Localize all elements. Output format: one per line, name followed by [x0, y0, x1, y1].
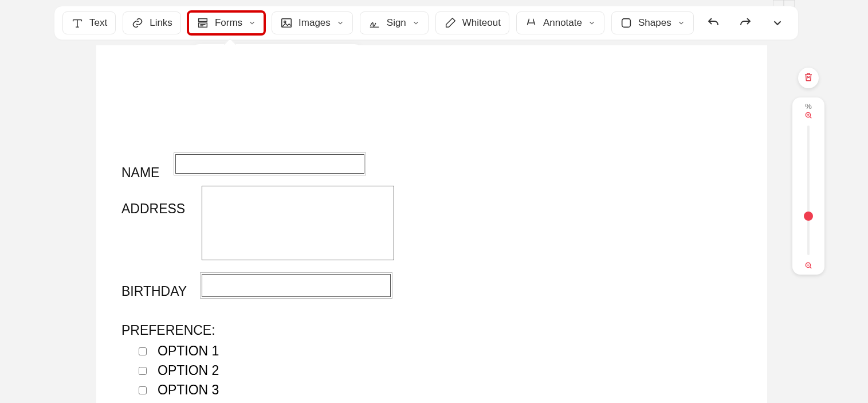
images-tool-button[interactable]: Images — [272, 11, 353, 34]
text-tool-label: Text — [89, 17, 107, 29]
links-tool-label: Links — [150, 17, 172, 29]
preference-option-1: OPTION 1 — [136, 343, 219, 359]
forms-tool-label: Forms — [215, 17, 242, 29]
chevron-down-icon — [588, 19, 596, 27]
images-tool-label: Images — [299, 17, 331, 29]
undo-button[interactable] — [701, 11, 726, 34]
image-icon — [280, 17, 293, 29]
svg-point-8 — [284, 21, 286, 23]
address-field-label: ADDRESS — [121, 201, 185, 217]
document-page[interactable]: NAME ADDRESS BIRTHDAY PREFERENCE: OPTION… — [96, 45, 767, 403]
eraser-icon — [444, 17, 457, 29]
whiteout-tool-label: Whiteout — [462, 17, 501, 29]
signature-icon — [368, 17, 381, 29]
sign-tool-label: Sign — [387, 17, 406, 29]
preference-option-2-checkbox[interactable] — [139, 367, 147, 375]
shapes-tool-button[interactable]: Shapes — [611, 11, 694, 34]
birthday-text-field[interactable] — [202, 274, 391, 297]
sign-tool-button[interactable]: Sign — [360, 11, 429, 34]
redo-icon — [739, 16, 752, 30]
preference-option-3: OPTION 3 — [136, 382, 219, 398]
redo-button[interactable] — [733, 11, 758, 34]
name-text-field[interactable] — [175, 154, 364, 174]
svg-line-18 — [810, 116, 811, 118]
links-tool-button[interactable]: Links — [123, 11, 181, 34]
delete-page-button[interactable] — [798, 68, 819, 88]
svg-rect-3 — [199, 19, 207, 22]
preference-option-2-label: OPTION 2 — [158, 363, 219, 378]
link-icon — [131, 17, 144, 29]
zoom-track[interactable] — [807, 126, 810, 255]
svg-rect-4 — [199, 23, 207, 27]
whiteout-tool-button[interactable]: Whiteout — [435, 11, 509, 34]
undo-icon — [706, 16, 720, 30]
annotate-tool-label: Annotate — [543, 17, 582, 29]
preference-option-1-checkbox[interactable] — [139, 347, 147, 355]
text-tool-button[interactable]: Text — [62, 11, 116, 34]
chevron-down-icon — [248, 19, 256, 27]
forms-icon — [197, 17, 209, 29]
preference-option-1-label: OPTION 1 — [158, 343, 219, 359]
zoom-percent-label: % — [805, 102, 812, 111]
trash-icon — [803, 72, 814, 84]
name-field-label: NAME — [121, 165, 159, 181]
editor-toolbar: Text Links Forms — [54, 6, 799, 40]
address-textarea-field[interactable] — [202, 186, 394, 260]
chevron-down-icon — [336, 19, 344, 27]
text-icon — [71, 17, 84, 29]
zoom-in-button[interactable] — [804, 111, 813, 120]
preference-option-3-checkbox[interactable] — [139, 386, 147, 394]
annotate-icon — [525, 17, 537, 29]
svg-line-22 — [810, 267, 811, 268]
birthday-field-label: BIRTHDAY — [121, 284, 187, 299]
annotate-tool-button[interactable]: Annotate — [516, 11, 604, 34]
zoom-thumb[interactable] — [804, 212, 813, 221]
svg-rect-11 — [622, 19, 631, 28]
chevron-down-icon — [771, 17, 784, 29]
shapes-tool-label: Shapes — [638, 17, 671, 29]
zoom-out-button[interactable] — [804, 261, 813, 270]
collapse-toolbar-button[interactable] — [765, 11, 790, 34]
shapes-icon — [620, 17, 633, 29]
forms-tool-button[interactable]: Forms — [188, 11, 265, 34]
zoom-slider: % — [792, 97, 824, 275]
preference-option-2: OPTION 2 — [136, 363, 219, 378]
preference-option-3-label: OPTION 3 — [158, 382, 219, 398]
chevron-down-icon — [412, 19, 420, 27]
preference-label: PREFERENCE: — [121, 323, 215, 338]
chevron-down-icon — [677, 19, 685, 27]
